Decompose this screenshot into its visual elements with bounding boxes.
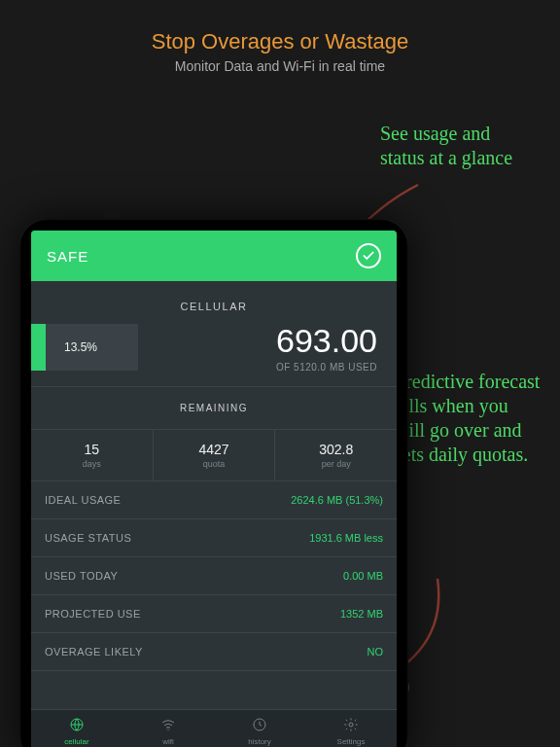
usage-row: 13.5% 693.00 OF 5120.0 MB USED <box>31 322 397 386</box>
usage-quota: OF 5120.0 MB USED <box>138 362 377 373</box>
app-screen: SAFE CELLULAR 13.5% 693.00 OF 5120.0 MB … <box>31 231 397 747</box>
remaining-quota[interactable]: 4427 quota <box>154 430 276 480</box>
stat-label: PROJECTED USE <box>45 608 141 620</box>
check-icon[interactable] <box>356 243 381 268</box>
stat-value: 2624.6 MB (51.3%) <box>291 494 383 506</box>
clock-icon <box>252 717 267 736</box>
tab-history-label: history <box>248 737 271 746</box>
stat-label: USAGE STATUS <box>45 532 131 544</box>
stat-row: IDEAL USAGE2624.6 MB (51.3%) <box>31 481 397 519</box>
stat-row: PROJECTED USE1352 MB <box>31 595 397 633</box>
remaining-perday-lbl: per day <box>275 459 397 469</box>
remaining-perday-val: 302.8 <box>275 442 397 457</box>
remaining-perday[interactable]: 302.8 per day <box>275 430 397 480</box>
stat-value: 0.00 MB <box>343 570 383 582</box>
stat-label: IDEAL USAGE <box>45 494 121 506</box>
globe-icon <box>69 717 85 736</box>
remaining-days-val: 15 <box>31 442 153 457</box>
svg-point-4 <box>167 729 168 729</box>
tablet-frame: SAFE CELLULAR 13.5% 693.00 OF 5120.0 MB … <box>19 219 408 747</box>
tab-history[interactable]: history <box>214 710 305 747</box>
gear-icon <box>343 717 359 736</box>
stat-label: OVERAGE LIKELY <box>45 646 143 658</box>
tab-settings-label: Settings <box>337 737 366 746</box>
remaining-quota-lbl: quota <box>154 459 275 469</box>
stat-row: OVERAGE LIKELYNO <box>31 633 397 671</box>
remaining-label: REMAINING <box>31 387 397 429</box>
annotation-forecast: Predictive forecast tells when you will … <box>395 370 541 467</box>
usage-amount: 693.00 <box>138 322 377 360</box>
tab-wifi-label: wifi <box>162 737 174 746</box>
status-bar: SAFE <box>31 231 397 281</box>
stat-value: 1352 MB <box>340 608 383 620</box>
stat-row: USED TODAY0.00 MB <box>31 557 397 595</box>
stat-row: USAGE STATUS1931.6 MB less <box>31 519 397 557</box>
page-subhead: Monitor Data and Wi-Fi in real time <box>0 58 560 74</box>
usage-bar: 13.5% <box>31 324 138 371</box>
remaining-days-lbl: days <box>31 459 153 469</box>
annotation-usage: See usage and status at a glance <box>380 122 526 170</box>
wifi-icon <box>160 717 176 736</box>
page-headline: Stop Overages or Wastage <box>0 0 560 54</box>
tab-cellular-label: cellular <box>64 737 88 746</box>
tab-wifi[interactable]: wifi <box>122 710 214 747</box>
stat-value: NO <box>368 646 384 658</box>
remaining-quota-val: 4427 <box>154 442 275 457</box>
usage-bar-fill <box>31 324 46 371</box>
remaining-cells: 15 days 4427 quota 302.8 per day <box>31 429 397 481</box>
svg-point-6 <box>349 723 353 727</box>
status-label: SAFE <box>47 248 88 265</box>
tab-cellular[interactable]: cellular <box>31 710 122 747</box>
usage-percent: 13.5% <box>64 340 97 354</box>
cellular-label: CELLULAR <box>31 281 397 322</box>
stat-value: 1931.6 MB less <box>309 532 383 544</box>
remaining-days[interactable]: 15 days <box>31 430 154 480</box>
tab-settings[interactable]: Settings <box>305 710 397 747</box>
stat-label: USED TODAY <box>45 570 118 582</box>
tab-bar: cellular wifi history Settings <box>31 709 397 747</box>
